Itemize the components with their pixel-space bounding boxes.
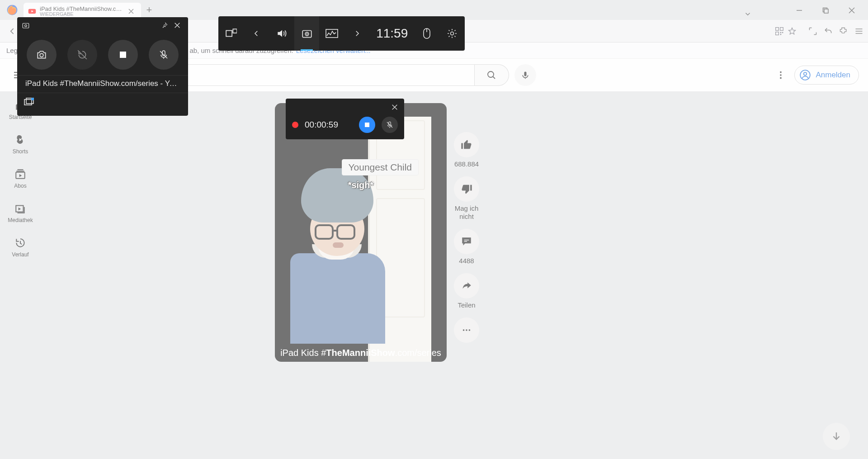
dislike-button[interactable] bbox=[454, 176, 479, 202]
svg-point-33 bbox=[40, 53, 43, 57]
extensions-icon[interactable] bbox=[839, 27, 848, 36]
stop-record-button[interactable] bbox=[108, 40, 138, 70]
qr-icon[interactable] bbox=[775, 27, 784, 36]
video-title-overlay: iPad Kids #TheManniiShow.com/series bbox=[280, 348, 441, 358]
more-actions-button[interactable] bbox=[454, 317, 479, 343]
gamebar-toolbar: 11:59 bbox=[218, 16, 465, 51]
svg-point-21 bbox=[466, 329, 467, 331]
svg-point-32 bbox=[25, 25, 27, 27]
share-button[interactable] bbox=[454, 273, 479, 298]
svg-rect-24 bbox=[233, 29, 237, 33]
dislike-label: Mag ich nicht bbox=[453, 204, 480, 221]
svg-rect-5 bbox=[780, 27, 783, 30]
recording-timer: 00:00:59 bbox=[305, 120, 338, 130]
tab-sub: WIEDERGABE bbox=[40, 12, 122, 17]
capture-target-title: iPad Kids #TheManniiShow.com/series - Yo… bbox=[17, 75, 188, 93]
show-captures-button[interactable] bbox=[24, 98, 34, 107]
sidebar-item-subs[interactable]: Abos bbox=[0, 168, 41, 189]
maximize-button[interactable] bbox=[813, 2, 838, 19]
svg-rect-7 bbox=[780, 32, 782, 33]
svg-rect-8 bbox=[782, 32, 783, 33]
search-input[interactable]: uchen bbox=[149, 64, 475, 86]
gamebar-prev-button[interactable] bbox=[244, 16, 269, 51]
svg-point-12 bbox=[780, 71, 782, 73]
undo-icon[interactable] bbox=[824, 27, 833, 36]
capture-widget-camera-icon bbox=[22, 21, 30, 29]
gamebar-audio-button[interactable] bbox=[269, 16, 294, 51]
firefox-logo-icon bbox=[5, 3, 19, 17]
gamebar-clock: 11:59 bbox=[370, 26, 414, 41]
comments-button[interactable] bbox=[454, 229, 479, 254]
svg-point-14 bbox=[780, 77, 782, 79]
comments-count: 4488 bbox=[459, 257, 474, 265]
svg-rect-39 bbox=[365, 123, 369, 127]
share-label: Teilen bbox=[458, 301, 475, 309]
gamebar-widgets-button[interactable] bbox=[218, 16, 244, 51]
svg-rect-9 bbox=[780, 33, 782, 35]
svg-point-16 bbox=[804, 72, 807, 76]
svg-point-38 bbox=[31, 98, 34, 100]
sidebar-item-history[interactable]: Verlauf bbox=[0, 237, 41, 258]
svg-rect-34 bbox=[120, 52, 126, 58]
close-capture-widget-button[interactable] bbox=[171, 19, 184, 32]
tab-close-button[interactable] bbox=[126, 7, 137, 16]
sidebar-item-library[interactable]: Mediathek bbox=[0, 203, 41, 223]
app-menu-icon[interactable] bbox=[854, 27, 863, 36]
pin-button[interactable] bbox=[158, 19, 171, 32]
sign-in-label: Anmelden bbox=[816, 71, 850, 80]
svg-rect-11 bbox=[524, 72, 526, 76]
gamebar-mouse-button[interactable] bbox=[414, 16, 439, 51]
search-button[interactable] bbox=[475, 64, 509, 86]
like-button[interactable] bbox=[454, 132, 479, 157]
shorts-actions: 688.884 Mag ich nicht 4488 Teilen bbox=[453, 103, 480, 362]
shorts-player[interactable]: Youngest Child *sigh* iPad Kids #TheMann… bbox=[275, 103, 447, 362]
screenshot-icon[interactable] bbox=[808, 27, 817, 36]
minimize-button[interactable] bbox=[787, 2, 812, 19]
new-tab-button[interactable]: + bbox=[141, 2, 157, 18]
video-overlay-chip: Youngest Child bbox=[342, 159, 419, 175]
close-recording-hud-button[interactable] bbox=[388, 100, 401, 114]
sidebar-item-shorts[interactable]: Shorts bbox=[0, 134, 41, 155]
svg-rect-23 bbox=[226, 31, 232, 37]
recording-indicator-icon bbox=[292, 122, 298, 128]
svg-rect-6 bbox=[776, 32, 779, 35]
shorts-area: Youngest Child *sigh* iPad Kids #TheMann… bbox=[275, 103, 480, 362]
svg-point-13 bbox=[780, 74, 782, 76]
svg-rect-31 bbox=[23, 24, 29, 28]
video-caption: *sigh* bbox=[348, 180, 374, 190]
like-count: 688.884 bbox=[454, 160, 479, 168]
svg-point-30 bbox=[451, 32, 454, 35]
capture-widget: iPad Kids #TheManniiShow.com/series - Yo… bbox=[17, 17, 188, 116]
mic-toggle-button[interactable] bbox=[149, 40, 179, 70]
next-short-button[interactable] bbox=[823, 423, 850, 450]
tabs-overflow-button[interactable] bbox=[735, 5, 760, 23]
svg-rect-4 bbox=[776, 27, 779, 30]
sign-in-button[interactable]: Anmelden bbox=[794, 66, 859, 85]
gamebar-next-button[interactable] bbox=[344, 16, 370, 51]
svg-point-27 bbox=[306, 33, 307, 34]
recording-stop-button[interactable] bbox=[359, 117, 375, 133]
gamebar-performance-button[interactable] bbox=[319, 16, 344, 51]
youtube-icon bbox=[28, 7, 36, 15]
screenshot-button[interactable] bbox=[27, 40, 57, 70]
voice-search-button[interactable] bbox=[514, 64, 536, 86]
svg-rect-36 bbox=[24, 99, 32, 105]
window-controls bbox=[787, 2, 864, 19]
svg-rect-28 bbox=[326, 29, 338, 38]
svg-rect-3 bbox=[824, 9, 828, 13]
gamebar-settings-button[interactable] bbox=[439, 16, 465, 51]
svg-point-20 bbox=[463, 329, 465, 331]
recording-mic-button[interactable] bbox=[382, 117, 398, 133]
svg-point-22 bbox=[469, 329, 471, 331]
bookmark-star-icon[interactable] bbox=[788, 27, 797, 36]
gamebar-capture-button[interactable] bbox=[294, 16, 320, 51]
settings-dots-button[interactable] bbox=[772, 66, 790, 84]
record-last-button[interactable] bbox=[67, 40, 97, 70]
youtube-sidebar: Startseite Shorts Abos Mediathek Verlauf bbox=[0, 91, 41, 258]
close-window-button[interactable] bbox=[839, 2, 864, 19]
recording-hud: 00:00:59 bbox=[286, 99, 404, 139]
